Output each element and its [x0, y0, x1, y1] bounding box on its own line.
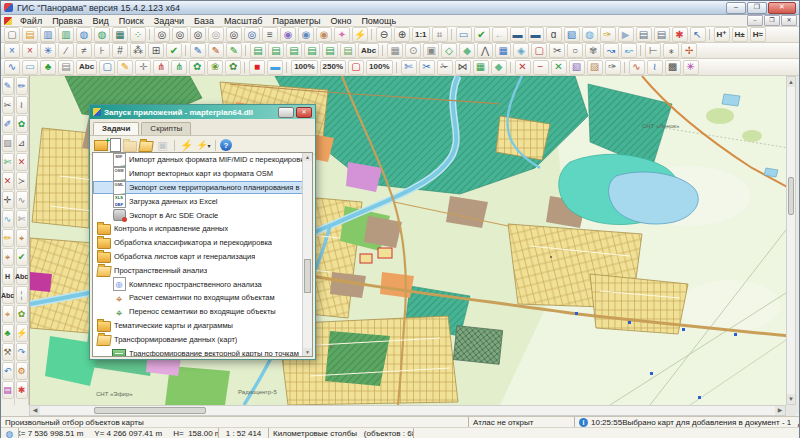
image-edit-icon[interactable]: ▧	[569, 60, 585, 75]
topology-icon[interactable]: ⊦	[94, 43, 110, 58]
delete-tool-icon[interactable]: ✕	[2, 172, 14, 190]
tab-tasks[interactable]: Задачи	[93, 122, 139, 135]
view-edit-icon[interactable]: ◉	[298, 27, 314, 42]
menu-item[interactable]: Файл	[15, 16, 47, 26]
back-icon[interactable]: ←	[492, 27, 508, 42]
close-button[interactable]: ✕	[768, 2, 796, 14]
scroll-left-arrow[interactable]: ◀	[30, 406, 40, 415]
create-folder-button[interactable]	[94, 140, 108, 151]
panel-select-icon[interactable]: ▭	[456, 27, 472, 42]
create-task-button[interactable]	[110, 138, 121, 152]
abc-text-button[interactable]: Abc	[76, 60, 97, 75]
image-crop-icon[interactable]: ▨	[587, 60, 603, 75]
menu-item[interactable]: Параметры	[267, 16, 325, 26]
curve2-icon[interactable]: ↜	[621, 43, 637, 58]
green-poly-icon[interactable]: ✿	[16, 115, 28, 133]
menu-item[interactable]: Окно	[325, 16, 356, 26]
zoom-frame-icon[interactable]: ⌗	[432, 27, 448, 42]
run-options-button[interactable]	[196, 138, 211, 153]
node-pencil-icon[interactable]: ✏	[16, 77, 28, 95]
scale-1-1-button[interactable]: 1:1	[412, 27, 430, 42]
atlas-maps-icon[interactable]: ▧	[564, 27, 580, 42]
search-area-icon[interactable]: ◎	[190, 27, 206, 42]
sheet-join-icon[interactable]: ▤	[268, 43, 284, 58]
task-list-item[interactable]: Экспорт схем территориального планирован…	[93, 181, 312, 195]
delete-object-icon[interactable]: ✕	[515, 60, 531, 75]
task-list-item[interactable]: Контроль и исправление данных	[93, 222, 312, 236]
save-button[interactable]	[155, 138, 170, 153]
check-topology-icon[interactable]: ✔	[166, 43, 182, 58]
move-point-icon[interactable]: ✛	[2, 191, 14, 209]
pencil-blue-icon[interactable]: ✎	[190, 43, 206, 58]
fill-red-swatch[interactable]: ■	[249, 60, 265, 75]
screen-map-icon[interactable]: ▬	[510, 27, 526, 42]
toolbar-icon[interactable]	[148, 28, 152, 41]
zoom-out-icon[interactable]: ⊖	[376, 27, 392, 42]
dialog-help-button[interactable]	[278, 107, 294, 118]
sheet-import-icon[interactable]: ▤	[322, 43, 338, 58]
apply-icon[interactable]: ✔	[474, 27, 490, 42]
minimize-button[interactable]: –	[726, 2, 746, 14]
merge-icon[interactable]: ⋈	[455, 60, 471, 75]
play-icon[interactable]: ▶	[618, 27, 634, 42]
frame-icon[interactable]: ▣	[423, 43, 439, 58]
menu-item[interactable]: Масштаб	[219, 16, 268, 26]
internet-map-icon[interactable]: ◍	[94, 27, 110, 42]
squiggle-icon[interactable]: ∿	[16, 191, 28, 209]
dialog-toolbar-button[interactable]	[213, 138, 218, 153]
print-icon[interactable]: ▤	[636, 27, 652, 42]
align-nodes-icon[interactable]: ⊞	[148, 43, 164, 58]
h-pm-button[interactable]: H±	[732, 27, 748, 42]
split-line-icon[interactable]: ∕	[58, 43, 74, 58]
leaf2-icon[interactable]: ❀	[207, 60, 223, 75]
dialog-toolbar-button[interactable]	[172, 138, 177, 153]
delete-node-icon[interactable]: ×	[22, 43, 38, 58]
task-list-item[interactable]: Обработка классификатора и перекодировка	[93, 236, 312, 250]
tree-tool-icon[interactable]: ♣	[2, 324, 14, 342]
color-wheel-icon[interactable]: ✱	[672, 27, 688, 42]
toolbar-icon[interactable]	[395, 61, 399, 74]
cut-object-icon[interactable]: ✄	[2, 153, 14, 171]
edit-query-icon[interactable]: ✐	[2, 115, 14, 133]
highlight-icon[interactable]: ✦	[334, 27, 350, 42]
semantic-a-icon[interactable]: ⌖	[2, 248, 14, 266]
menu-item[interactable]: База	[189, 16, 219, 26]
smooth-line-icon[interactable]: ∿	[2, 210, 14, 228]
star-node-icon[interactable]: ⁎	[663, 43, 679, 58]
search-key-icon[interactable]: ✑	[600, 27, 616, 42]
scissors2-icon[interactable]: ✂	[419, 60, 435, 75]
run-button[interactable]	[179, 138, 194, 153]
dialog-close-button[interactable]: ✕	[296, 107, 312, 118]
leaf3-icon[interactable]: ✿	[225, 60, 241, 75]
palette2-icon[interactable]: ✱	[16, 381, 28, 399]
task-list-item[interactable]: Трансформирование векторной карты по точ…	[93, 346, 312, 357]
divider-icon[interactable]: ¦	[16, 286, 28, 304]
target-icon[interactable]: ⌖	[16, 229, 28, 247]
scroll-right-arrow[interactable]: ▶	[775, 406, 785, 415]
search-icon[interactable]: ◎	[154, 27, 170, 42]
h-eq-button[interactable]: H≈	[750, 27, 766, 42]
sheet-move-icon[interactable]: ▤	[250, 43, 266, 58]
gradient-swatch[interactable]: ▬	[267, 60, 283, 75]
scroll-down-arrow[interactable]: ▼	[787, 394, 795, 404]
bolt-tool-icon[interactable]: ⚡	[16, 324, 28, 342]
diamond2-icon[interactable]: ◆	[491, 60, 507, 75]
spline-icon[interactable]: ≀	[16, 96, 28, 114]
task-list-item[interactable]: Обработка листов карт и генерализация	[93, 250, 312, 264]
task-list-item[interactable]: Перенос семантики во входящие объекты	[93, 305, 312, 319]
angle-icon[interactable]: ⊿	[16, 134, 28, 152]
open-folder-button[interactable]	[138, 141, 154, 152]
tree-object-icon[interactable]: ♣	[40, 60, 56, 75]
abc2-tool-button[interactable]: Abc	[16, 267, 28, 285]
edit-node-icon[interactable]: ×	[4, 43, 20, 58]
diamond-fill-icon[interactable]: ◆	[459, 43, 475, 58]
red-cross-icon[interactable]: ✕	[16, 153, 28, 171]
task-list-item[interactable]: Пространственный анализ	[93, 263, 312, 277]
task-list-scrollbar[interactable]: ▲ ▼	[302, 153, 312, 356]
ellipse-icon[interactable]: ○	[567, 43, 583, 58]
net2-icon[interactable]: ▩	[665, 60, 681, 75]
status-globe-panel[interactable]: ◍	[1, 428, 19, 438]
confirm-icon[interactable]: ✔	[16, 248, 28, 266]
polyline-icon[interactable]: ∿	[4, 60, 20, 75]
status-coordinates[interactable]: X= 7 536 998.51 m Y= 4 266 097.41 m H= 1…	[19, 428, 219, 438]
